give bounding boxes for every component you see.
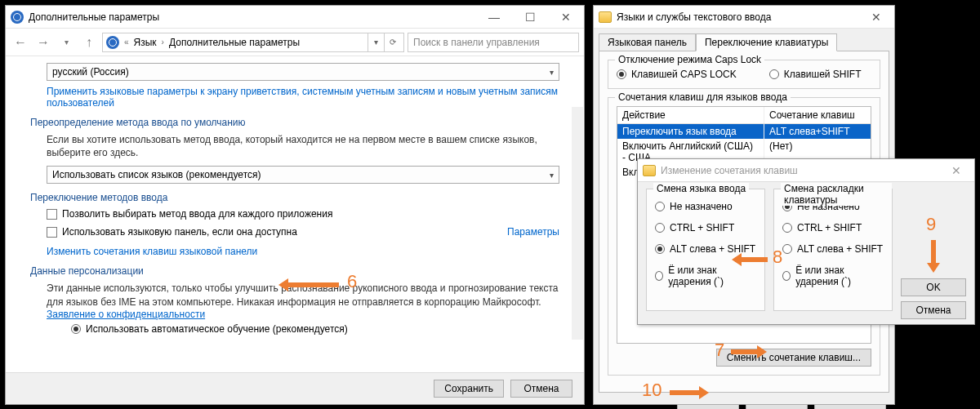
cancel-button[interactable]: Отмена	[746, 404, 808, 409]
radio-label: Клавишей SHIFT	[784, 69, 862, 80]
nav-bar: ← → ▾ ↑ « Язык › Дополнительные параметр…	[6, 29, 584, 56]
tab-language-bar[interactable]: Языковая панель	[599, 33, 696, 51]
checkbox-icon	[47, 209, 57, 220]
cancel-button[interactable]: Отмена	[901, 301, 966, 319]
radio-icon	[655, 271, 663, 281]
window-title: Языки и службы текстового ввода	[617, 11, 771, 23]
radio-icon	[655, 244, 665, 254]
titlebar: Языки и службы текстового ввода ✕	[594, 6, 894, 29]
privacy-link[interactable]: Заявление о конфиденциальности	[47, 309, 205, 320]
radio-label: Клавишей CAPS LOCK	[631, 69, 737, 80]
capslock-group: Отключение режима Caps Lock Клавишей CAP…	[608, 60, 880, 89]
save-button[interactable]: Сохранить	[434, 380, 504, 398]
table-row[interactable]: Переключить язык ввода ALT слева+SHIFT	[617, 124, 871, 139]
change-hotkey-button[interactable]: Сменить сочетание клавиш...	[716, 349, 871, 367]
apply-button[interactable]: Применить	[814, 404, 886, 409]
checkbox-icon	[47, 227, 57, 238]
radio-icon	[655, 202, 665, 211]
search-placeholder: Поиск в панели управления	[413, 37, 540, 48]
dropdown-value: Использовать список языков (рекомендуетс…	[52, 169, 261, 180]
language-switch-group: Смена языка ввода Не назначено CTRL + SH…	[646, 189, 765, 311]
breadcrumb-dropdown[interactable]: ▾	[368, 33, 384, 51]
search-input[interactable]: Поиск в панели управления	[408, 33, 579, 52]
radio-label: ALT слева + SHIFT	[670, 243, 755, 255]
section-heading: Переопределение метода ввода по умолчани…	[30, 117, 559, 128]
refresh-button[interactable]: ⟳	[384, 33, 400, 51]
forward-button[interactable]: →	[33, 33, 53, 52]
radio-icon	[71, 324, 81, 334]
tab-keyboard-switching[interactable]: Переключение клавиатуры	[696, 33, 837, 51]
close-button[interactable]: ✕	[548, 6, 584, 29]
radio-ctrl-shift[interactable]: CTRL + SHIFT	[655, 222, 756, 233]
radio-label: Использовать автоматическое обучение (ре…	[86, 323, 348, 335]
capslock-radio-caps[interactable]: Клавишей CAPS LOCK	[617, 69, 737, 80]
capslock-radio-shift[interactable]: Клавишей SHIFT	[769, 69, 862, 80]
dropdown-value: русский (Россия)	[52, 66, 129, 78]
radio-icon	[782, 244, 792, 254]
group-title: Смена языка ввода	[653, 183, 749, 194]
parameters-link[interactable]: Параметры	[507, 226, 559, 238]
checkbox-label: Позволить выбирать метод ввода для каждо…	[62, 208, 332, 220]
radio-label: Не назначено	[670, 201, 733, 212]
window-icon	[11, 11, 24, 24]
cell-action: Переключить язык ввода	[617, 124, 764, 139]
titlebar: Изменение сочетания клавиш ✕	[638, 159, 974, 182]
personalization-description: Эти данные используются, только чтобы ул…	[47, 282, 559, 308]
close-button[interactable]: ✕	[858, 6, 894, 29]
language-dropdown[interactable]: русский (Россия) ▾	[47, 63, 559, 81]
chevron-down-icon: ▾	[550, 68, 554, 77]
window-title: Изменение сочетания клавиш	[661, 165, 798, 176]
cancel-button[interactable]: Отмена	[510, 380, 572, 398]
footer: Сохранить Отмена	[6, 372, 584, 404]
footer: OK Отмена Применить	[594, 398, 894, 409]
radio-label: CTRL + SHIFT	[797, 222, 862, 233]
per-app-checkbox[interactable]: Позволить выбирать метод ввода для каждо…	[47, 208, 559, 220]
section-heading: Переключение методов ввода	[30, 192, 559, 203]
chevron-right-icon: ›	[160, 38, 166, 47]
change-hotkeys-link[interactable]: Изменить сочетания клавиш языковой панел…	[47, 246, 257, 257]
input-method-dropdown[interactable]: Использовать список языков (рекомендуетс…	[47, 166, 559, 184]
control-panel-icon	[106, 36, 119, 49]
close-button[interactable]: ✕	[938, 159, 974, 182]
minimize-button[interactable]: —	[476, 6, 512, 29]
radio-accent-2[interactable]: Ё или знак ударения (`)	[782, 265, 884, 287]
window-title: Дополнительные параметры	[29, 11, 159, 23]
auto-learn-radio[interactable]: Использовать автоматическое обучение (ре…	[71, 323, 559, 335]
cell-combo: ALT слева+SHIFT	[764, 124, 871, 139]
radio-alt-shift[interactable]: ALT слева + SHIFT	[655, 243, 756, 255]
section-heading: Данные персонализации	[30, 265, 559, 277]
up-button[interactable]: ↑	[79, 33, 99, 52]
layout-switch-group: Смена раскладки клавиатуры Не назначено …	[773, 189, 893, 311]
table-header: Действие Сочетание клавиш	[617, 107, 871, 124]
radio-ctrl-shift-2[interactable]: CTRL + SHIFT	[782, 222, 884, 233]
breadcrumb-item[interactable]: Язык	[134, 37, 157, 48]
radio-none[interactable]: Не назначено	[655, 201, 756, 212]
recent-dropdown[interactable]: ▾	[56, 33, 76, 52]
radio-icon	[782, 271, 791, 281]
group-title: Сочетания клавиш для языков ввода	[615, 91, 791, 103]
dialog-buttons: OK Отмена	[901, 189, 966, 319]
radio-label: ALT слева + SHIFT	[797, 243, 883, 255]
radio-label: CTRL + SHIFT	[670, 222, 734, 233]
scrollbar[interactable]	[572, 107, 583, 340]
radio-icon	[617, 69, 626, 79]
window-icon	[643, 165, 656, 176]
content-area: русский (Россия) ▾ Применить языковые па…	[6, 56, 584, 372]
col-combo: Сочетание клавиш	[764, 107, 871, 123]
chevron-left-icon: «	[122, 38, 131, 47]
back-button[interactable]: ←	[11, 33, 30, 52]
breadcrumb-item[interactable]: Дополнительные параметры	[169, 37, 300, 48]
apply-to-welcome-link[interactable]: Применить языковые параметры к экрану пр…	[47, 86, 558, 109]
radio-icon	[782, 223, 792, 233]
tab-bar: Языковая панель Переключение клавиатуры	[594, 29, 894, 51]
radio-icon	[769, 69, 779, 79]
override-description: Если вы хотите использовать метод ввода,…	[47, 133, 559, 159]
ok-button[interactable]: OK	[677, 404, 739, 409]
radio-alt-shift-2[interactable]: ALT слева + SHIFT	[782, 243, 884, 255]
checkbox-label: Использовать языковую панель, если она д…	[62, 226, 297, 238]
maximize-button[interactable]: ☐	[512, 6, 548, 29]
ok-button[interactable]: OK	[901, 278, 966, 296]
language-bar-checkbox[interactable]: Использовать языковую панель, если она д…	[47, 226, 297, 238]
radio-accent[interactable]: Ё или знак ударения (`)	[655, 265, 756, 287]
breadcrumb[interactable]: « Язык › Дополнительные параметры ▾ ⟳	[102, 33, 404, 52]
